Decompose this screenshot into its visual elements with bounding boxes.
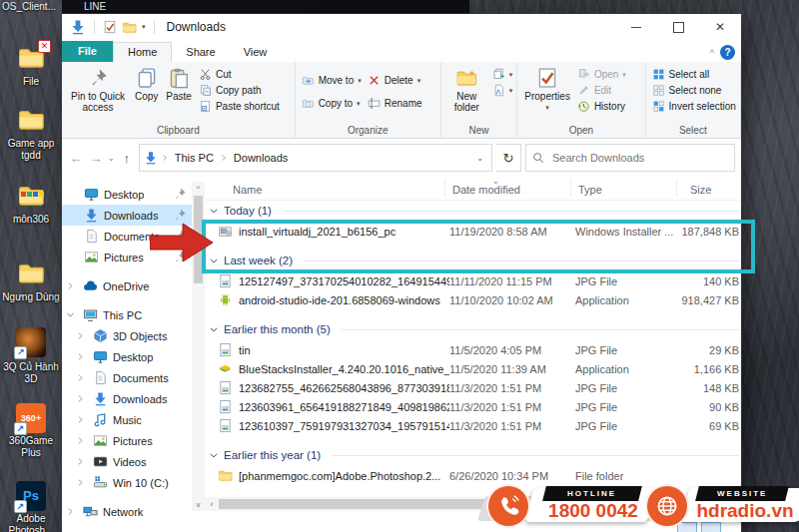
sidebar-item-documents[interactable]: Documents	[62, 367, 192, 388]
expand-chevron-icon[interactable]	[66, 310, 75, 319]
new-folder-button[interactable]: New folder	[445, 65, 488, 115]
scroll-down-icon[interactable]: v	[192, 498, 205, 511]
back-icon[interactable]: ←	[68, 151, 84, 166]
select-all-button[interactable]: Select all	[650, 67, 738, 82]
search-box[interactable]	[525, 144, 735, 172]
expand-chevron-icon[interactable]	[76, 373, 85, 382]
file-row--phanmemgoc-com-adobe-photoshop-2-[interactable]: [phanmemgoc.com]Adobe.Photoshop.2...6/26…	[205, 466, 741, 485]
expand-chevron-icon[interactable]	[76, 394, 85, 403]
sidebar-item-3d-objects[interactable]: 3D Objects	[62, 325, 192, 346]
edit-button[interactable]: Edit	[575, 83, 628, 98]
collapse-ribbon-icon[interactable]: ^	[710, 48, 714, 58]
desktop-icon-360game-plus[interactable]: 360+↗360Game Plus	[0, 403, 62, 459]
properties-button[interactable]: Properties▾	[521, 65, 573, 115]
file-row-123610397-759197931327034-1957915148-[interactable]: 123610397_759197931327034_1957915148...1…	[205, 416, 741, 435]
cut-button[interactable]: Cut	[197, 67, 282, 82]
maximize-button[interactable]	[657, 14, 699, 40]
breadcrumb[interactable]: This PC Downloads ⌄	[139, 144, 492, 172]
expand-chevron-icon[interactable]	[76, 436, 85, 445]
select-none-button[interactable]: Select none	[650, 83, 738, 98]
rename-button[interactable]: Rename	[366, 96, 424, 111]
group-header-last-week-2-[interactable]: Last week (2)	[205, 250, 741, 271]
delete-button[interactable]: Delete▾	[366, 73, 424, 88]
pin-to-quick-access-button[interactable]: Pin to Quick access	[66, 65, 130, 115]
qat-dropdown-icon[interactable]: ▾	[142, 23, 146, 31]
sidebar-item-desktop[interactable]: Desktop	[62, 184, 192, 205]
sidebar-item-onedrive[interactable]: OneDrive	[62, 275, 192, 296]
copy-icon	[136, 67, 158, 89]
maximize-icon	[673, 22, 684, 33]
column-header-size[interactable]: Size	[690, 184, 711, 196]
expand-chevron-icon[interactable]	[76, 352, 85, 361]
file-row-android-studio-ide-201-6858069-windows[interactable]: android-studio-ide-201.6858069-windows11…	[205, 290, 741, 309]
sidebar-item-pictures[interactable]: Pictures	[62, 430, 192, 451]
newitem-button[interactable]: ▾	[490, 67, 515, 82]
expand-chevron-icon[interactable]	[76, 415, 85, 424]
easyaccess-icon	[492, 84, 505, 97]
file-row-123682755-462662568043896-8773039184-[interactable]: 123682755_462662568043896_8773039184...1…	[205, 378, 741, 397]
minimize-button[interactable]	[615, 14, 657, 40]
folder-icon[interactable]	[122, 20, 137, 35]
sidebar-item-desktop[interactable]: Desktop	[62, 346, 192, 367]
sidebar-item-win-10-c-[interactable]: Win 10 (C:)	[62, 472, 192, 493]
copy-button[interactable]: Copy	[132, 65, 161, 104]
sidebar-item-network[interactable]: Network	[62, 501, 192, 522]
desktop-icon-ng-ng-d-ng[interactable]: Ngưng Dùng	[0, 260, 62, 303]
easyaccess-button[interactable]: ▾	[490, 83, 515, 98]
sidebar-item-music[interactable]: Music	[62, 409, 192, 430]
column-header-type[interactable]: Type	[578, 184, 602, 196]
move-to-button[interactable]: Move to▾	[300, 73, 364, 88]
group-header-today-1-[interactable]: Today (1)	[205, 200, 741, 222]
collapse-group-icon[interactable]	[209, 324, 219, 334]
breadcrumb-downloads[interactable]: Downloads	[231, 152, 291, 164]
file-row-123603961-656419188271849-4098198623-[interactable]: 123603961_656419188271849_4098198623...1…	[205, 397, 741, 416]
tab-share[interactable]: Share	[172, 43, 229, 62]
group-header-earlier-this-month-5-[interactable]: Earlier this month (5)	[205, 318, 741, 340]
address-dropdown-icon[interactable]: ⌄	[476, 154, 487, 163]
paste-shortcut-button[interactable]: Paste shortcut	[197, 99, 282, 114]
scroll-up-icon[interactable]: ^	[192, 182, 205, 195]
tab-home[interactable]: Home	[113, 42, 172, 62]
scroll-left-icon[interactable]: ‹	[205, 499, 219, 509]
file-row-bluestacksinstaller-4-240-20-1016-native[interactable]: BlueStacksInstaller_4.240.20.1016_native…	[205, 359, 741, 378]
properties-check-icon[interactable]	[103, 20, 117, 34]
desktop-icon-adobe-photosh-[interactable]: Ps↗Adobe Photosh...	[0, 481, 62, 532]
recent-locations-icon[interactable]: ⌄	[108, 154, 115, 163]
help-icon[interactable]: ?	[720, 45, 735, 60]
column-header-date-modified[interactable]: Date modified	[452, 184, 520, 196]
desktop-icon-m-n306[interactable]: môn306	[0, 182, 62, 226]
search-input[interactable]	[550, 151, 728, 165]
desktop-icon-3q-c-h-nh-3d[interactable]: ↗3Q Củ Hành 3D	[0, 327, 62, 385]
expand-chevron-icon[interactable]	[66, 507, 75, 516]
paste-button[interactable]: Paste	[163, 65, 195, 104]
tab-file[interactable]: File	[62, 41, 113, 62]
expand-chevron-icon[interactable]	[76, 478, 85, 487]
desktop-icon-file[interactable]: ✕File	[0, 44, 62, 88]
invert-selection-button[interactable]: Invert selection	[650, 99, 738, 114]
expand-chevron-icon[interactable]	[66, 281, 75, 290]
sidebar-item-videos[interactable]: Videos	[62, 451, 192, 472]
document-icon	[84, 229, 99, 244]
history-button[interactable]: History	[575, 99, 628, 114]
expand-chevron-icon[interactable]	[76, 331, 85, 340]
copy-to-button[interactable]: Copy to▾	[300, 96, 364, 111]
breadcrumb-this-pc[interactable]: This PC	[172, 152, 217, 164]
expand-chevron-icon[interactable]	[76, 457, 85, 466]
column-header-name[interactable]: Name	[233, 184, 262, 196]
open-button[interactable]: Open▾	[575, 67, 628, 82]
collapse-group-icon[interactable]	[209, 206, 219, 216]
collapse-group-icon[interactable]	[209, 450, 219, 460]
close-button[interactable]: ✕	[699, 14, 741, 40]
up-icon[interactable]: ↑	[119, 151, 135, 166]
file-row-tin[interactable]: tin11/5/2020 4:05 PMJPG File29 KB	[205, 340, 741, 359]
tab-view[interactable]: View	[230, 43, 282, 62]
file-row-install-virtualdj-2021-b6156-pc[interactable]: install_virtualdj_2021_b6156_pc11/19/202…	[205, 222, 741, 241]
desktop-icon-game-app-tgdd[interactable]: Game app tgdd	[0, 106, 62, 162]
forward-icon[interactable]: →	[88, 151, 104, 166]
refresh-icon[interactable]: ↻	[496, 144, 521, 172]
sidebar-item-this-pc[interactable]: This PC	[62, 304, 192, 325]
copy-path-button[interactable]: Copy path	[197, 83, 282, 98]
file-row-125127497-373170254010282-1649154498-[interactable]: 125127497_373170254010282_1649154498...1…	[205, 271, 741, 290]
group-header-earlier-this-year-1-[interactable]: Earlier this year (1)	[205, 444, 741, 466]
sidebar-item-downloads[interactable]: Downloads	[62, 388, 192, 409]
